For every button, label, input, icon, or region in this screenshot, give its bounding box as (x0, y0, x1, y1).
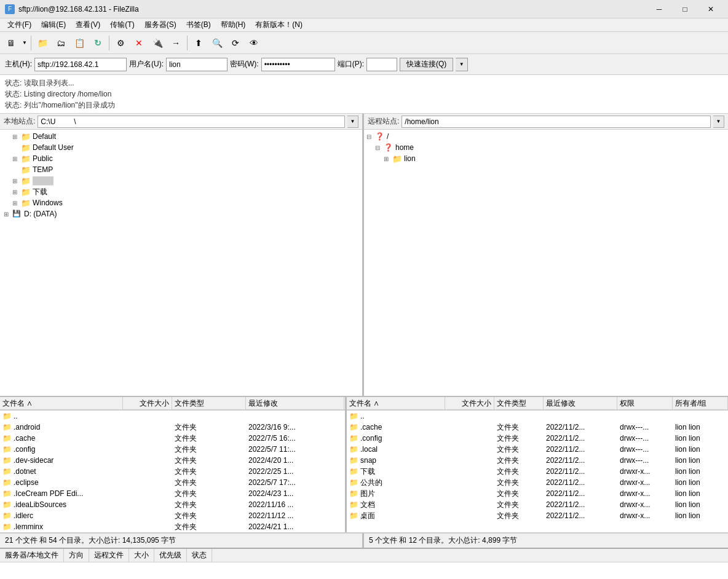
tree-label: TEMP (33, 165, 53, 174)
tree-item[interactable]: ⊞ 💾 D: (DATA) (0, 208, 362, 219)
remote-path-dropdown[interactable]: ▼ (713, 116, 724, 128)
toolbar-btn-stop[interactable]: ✕ (130, 34, 148, 52)
remote-col-perm[interactable]: 权限 (617, 397, 673, 409)
list-item[interactable]: 📁下载 文件夹 2022/11/2... drwxr-x... lion lio… (347, 466, 728, 477)
tree-item[interactable]: ⊞ 📁 lion (364, 153, 728, 164)
list-item[interactable]: 📁公共的 文件夹 2022/11/2... drwxr-x... lion li… (347, 477, 728, 488)
menu-item[interactable]: 帮助(H) (216, 18, 251, 31)
list-item[interactable]: 📁.. (347, 411, 728, 422)
remote-col-date[interactable]: 最近修改 (544, 397, 617, 409)
toolbar-dropdown-1[interactable]: ▼ (21, 34, 28, 52)
toolbar-btn-upload[interactable]: ⬆ (190, 34, 207, 52)
maximize-button[interactable]: □ (673, 0, 697, 18)
transfer-col-size[interactable]: 大小 (129, 549, 154, 562)
folder-icon: 📁 (21, 199, 31, 207)
tree-item[interactable]: ⊞ 📁 ████ (0, 175, 362, 186)
tree-item[interactable]: 📁 Default User (0, 142, 362, 153)
list-item[interactable]: 📁文档 文件夹 2022/11/2... drwxr-x... lion lio… (347, 499, 728, 510)
toolbar-sep-1 (31, 36, 31, 50)
remote-path-bar: 远程站点: ▼ (364, 114, 728, 130)
menu-item[interactable]: 编辑(E) (36, 18, 71, 31)
toolbar-btn-local-dir[interactable]: 📁 (34, 34, 51, 52)
list-item[interactable]: 📁.local 文件夹 2022/11/2... drwx---... lion… (347, 444, 728, 455)
host-input[interactable] (34, 58, 127, 71)
remote-col-name[interactable]: 文件名 ∧ (347, 397, 445, 409)
tree-label: lion (404, 154, 416, 163)
tree-item[interactable]: 📁 TEMP (0, 164, 362, 175)
status-line-3: 状态: 列出"/home/lion"的目录成功 (5, 100, 723, 111)
toolbar-btn-compare[interactable]: 👁 (245, 34, 263, 52)
list-item[interactable]: 📁.cache 文件夹 2022/7/5 16:... (0, 433, 345, 444)
toolbar-btn-1[interactable]: 🖥 (2, 34, 20, 52)
local-col-type[interactable]: 文件类型 (172, 397, 246, 409)
remote-path-input[interactable] (402, 116, 711, 128)
list-item[interactable]: 📁.eclipse 文件夹 2022/5/7 17:... (0, 477, 345, 488)
remote-tree[interactable]: ⊟ ❓ / ⊟ ❓ home ⊞ 📁 lion (364, 130, 728, 396)
list-item[interactable]: 📁.config 文件夹 2022/5/7 11:... (0, 444, 345, 455)
folder-icon: 📁 (21, 154, 31, 163)
transfer-col-remote[interactable]: 远程文件 (89, 549, 129, 562)
list-item[interactable]: 📁.. (0, 411, 345, 422)
local-filelist: 文件名 ∧ 文件大小 文件类型 最近修改 📁.. 📁.android 文件夹 2… (0, 397, 347, 532)
menu-item[interactable]: 文件(F) (2, 18, 36, 31)
quickconnect-dropdown[interactable]: ▼ (456, 58, 468, 71)
list-item[interactable]: 📁.android 文件夹 2022/3/16 9:... (0, 422, 345, 433)
menu-item[interactable]: 有新版本！(N) (250, 18, 307, 31)
local-col-size[interactable]: 文件大小 (123, 397, 172, 409)
menubar: 文件(F)编辑(E)查看(V)传输(T)服务器(S)书签(B)帮助(H)有新版本… (0, 18, 728, 32)
toolbar-btn-disconnect[interactable]: 🔌 (149, 34, 166, 52)
port-label: 端口(P): (338, 59, 364, 69)
toolbar-btn-nav[interactable]: → (167, 34, 184, 52)
tree-label: Public (33, 154, 53, 163)
remote-col-size[interactable]: 文件大小 (445, 397, 494, 409)
transfer-col-status[interactable]: 状态 (187, 549, 212, 562)
menu-item[interactable]: 查看(V) (71, 18, 105, 31)
list-item[interactable]: 📁.config 文件夹 2022/11/2... drwx---... lio… (347, 433, 728, 444)
list-item[interactable]: 📁.cache 文件夹 2022/11/2... drwx---... lion… (347, 422, 728, 433)
remote-col-owner[interactable]: 所有者/组 (673, 397, 728, 409)
hdd-icon: 💾 (12, 210, 22, 218)
menu-item[interactable]: 书签(B) (181, 18, 216, 31)
list-item[interactable]: 📁.lemminx 文件夹 2022/4/21 1... (0, 521, 345, 532)
local-path-dropdown[interactable]: ▼ (347, 116, 358, 128)
unknown-icon: ❓ (384, 143, 394, 152)
menu-item[interactable]: 传输(T) (105, 18, 139, 31)
local-col-name[interactable]: 文件名 ∧ (0, 397, 123, 409)
list-item[interactable]: 📁.dotnet 文件夹 2022/2/25 1... (0, 466, 345, 477)
transfer-col-server[interactable]: 服务器/本地文件 (0, 549, 64, 562)
list-item[interactable]: 📁.idlerc 文件夹 2022/11/12 ... (0, 510, 345, 521)
toolbar-btn-search[interactable]: 🔍 (208, 34, 226, 52)
tree-item[interactable]: ⊞ 📁 Windows (0, 197, 362, 208)
list-item[interactable]: 📁图片 文件夹 2022/11/2... drwxr-x... lion lio… (347, 488, 728, 499)
user-input[interactable] (166, 58, 228, 71)
quickconnect-button[interactable]: 快速连接(Q) (400, 58, 453, 71)
toolbar-btn-process[interactable]: ⚙ (112, 34, 129, 52)
toolbar-btn-sync[interactable]: ⟳ (227, 34, 244, 52)
toolbar-btn-remote-dir[interactable]: 🗂 (52, 34, 69, 52)
tree-label: / (387, 132, 389, 141)
close-button[interactable]: ✕ (698, 0, 723, 18)
remote-col-type[interactable]: 文件类型 (494, 397, 544, 409)
toolbar-btn-queue[interactable]: 📋 (71, 34, 88, 52)
transfer-col-dir[interactable]: 方向 (64, 549, 89, 562)
list-item[interactable]: 📁桌面 文件夹 2022/11/2... drwxr-x... lion lio… (347, 510, 728, 521)
tree-item[interactable]: ⊞ 📁 Default (0, 131, 362, 142)
tree-item[interactable]: ⊞ 📁 下载 (0, 186, 362, 197)
tree-item[interactable]: ⊟ ❓ / (364, 131, 728, 142)
local-tree[interactable]: ⊞ 📁 Default 📁 Default User ⊞ 📁 Public 📁 … (0, 130, 362, 396)
list-item[interactable]: 📁.ideaLibSources 文件夹 2022/11/16 ... (0, 499, 345, 510)
toolbar-btn-refresh[interactable]: ↻ (89, 34, 106, 52)
menu-item[interactable]: 服务器(S) (140, 18, 181, 31)
transfer-col-priority[interactable]: 优先级 (154, 549, 187, 562)
local-col-date[interactable]: 最近修改 (246, 397, 344, 409)
tree-item[interactable]: ⊟ ❓ home (364, 142, 728, 153)
minimize-button[interactable]: ─ (647, 0, 671, 18)
list-item[interactable]: 📁.dev-sidecar 文件夹 2022/4/20 1... (0, 455, 345, 466)
port-input[interactable] (366, 58, 397, 71)
pass-input[interactable] (261, 58, 335, 71)
local-path-input[interactable] (38, 116, 345, 128)
remote-path-label: 远程站点: (368, 116, 399, 127)
list-item[interactable]: 📁snap 文件夹 2022/11/2... drwx---... lion l… (347, 455, 728, 466)
list-item[interactable]: 📁.IceCream PDF Edi... 文件夹 2022/4/23 1... (0, 488, 345, 499)
tree-item[interactable]: ⊞ 📁 Public (0, 153, 362, 164)
